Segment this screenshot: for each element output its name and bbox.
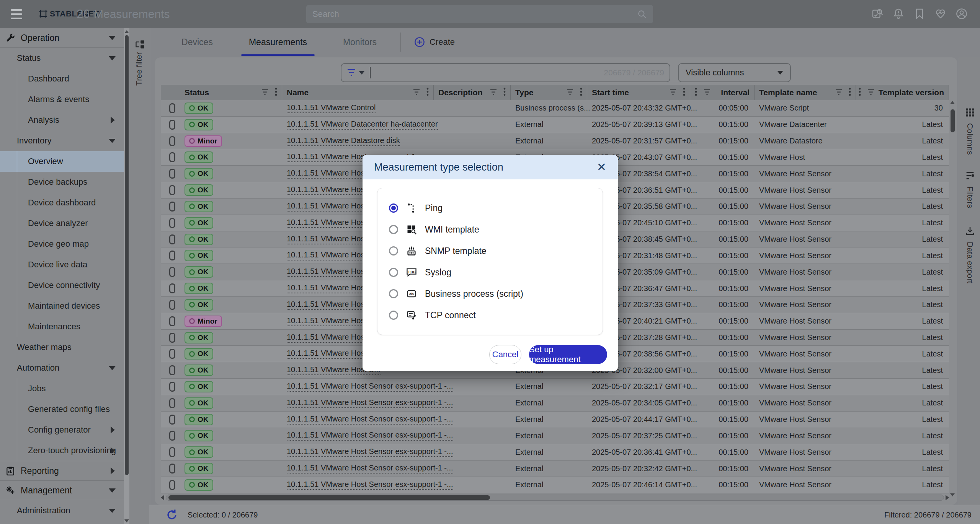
- row-checkbox[interactable]: [169, 267, 175, 277]
- column-header-template-version[interactable]: Template version: [856, 85, 949, 100]
- row-checkbox[interactable]: [169, 464, 175, 474]
- tool-filters[interactable]: Filters: [959, 170, 980, 208]
- option-syslog[interactable]: LOGSyslog: [377, 262, 603, 283]
- visible-columns-dropdown[interactable]: Visible columns: [678, 63, 791, 82]
- row-checkbox[interactable]: [169, 234, 175, 244]
- radio-button[interactable]: [389, 203, 398, 213]
- account-icon[interactable]: [956, 8, 968, 20]
- column-menu-icon[interactable]: [683, 87, 685, 98]
- audit-search-icon[interactable]: [871, 8, 884, 20]
- column-menu-icon[interactable]: [859, 87, 861, 98]
- row-checkbox[interactable]: [169, 316, 175, 326]
- row-checkbox[interactable]: [169, 333, 175, 343]
- sidebar-item-device-dashboard[interactable]: Device dashboard: [17, 192, 124, 213]
- column-menu-icon[interactable]: [580, 87, 582, 98]
- row-checkbox[interactable]: [169, 218, 175, 228]
- sidebar-item-inventory[interactable]: Inventory: [0, 130, 124, 151]
- column-header-start-time[interactable]: Start time: [587, 85, 690, 100]
- sidebar-item-administration[interactable]: Administration: [0, 500, 124, 521]
- tool-data-export[interactable]: Data export: [959, 226, 980, 283]
- column-menu-icon[interactable]: [275, 87, 277, 98]
- row-checkbox[interactable]: [169, 349, 175, 359]
- column-filter-icon[interactable]: [413, 88, 420, 97]
- row-checkbox[interactable]: [169, 447, 175, 457]
- sidebar-scrollbar-thumb[interactable]: [125, 35, 129, 475]
- filter-dropdown-chevron-icon[interactable]: [359, 71, 364, 75]
- sidebar-item-automation[interactable]: Automation: [0, 358, 124, 378]
- column-header-interval[interactable]: Interval: [690, 85, 755, 100]
- row-checkbox[interactable]: [169, 431, 175, 441]
- radio-button[interactable]: [389, 311, 398, 320]
- sidebar-item-device-analyzer[interactable]: Device analyzer: [17, 213, 124, 234]
- create-button[interactable]: Create: [414, 28, 455, 56]
- table-vertical-scrollbar[interactable]: [949, 100, 956, 497]
- row-checkbox[interactable]: [169, 398, 175, 408]
- measurement-name-link[interactable]: 10.1.1.51 VMware Host Sensor esx-support…: [287, 382, 453, 392]
- horizontal-scrollbar-thumb[interactable]: [168, 495, 490, 500]
- sidebar-item-device-backups[interactable]: Device backups: [17, 172, 124, 192]
- scroll-up-icon[interactable]: [950, 101, 955, 104]
- tab-devices[interactable]: Devices: [176, 28, 218, 56]
- global-search-input[interactable]: Search: [306, 5, 653, 23]
- radio-button[interactable]: [389, 225, 398, 234]
- column-menu-icon[interactable]: [695, 87, 697, 98]
- column-filter-icon[interactable]: [835, 88, 843, 97]
- sidebar-item-generated-config-files[interactable]: Generated config files: [17, 399, 124, 420]
- row-checkbox[interactable]: [169, 365, 175, 375]
- sidebar-item-device-geo-map[interactable]: Device geo map: [17, 234, 124, 254]
- measurement-name-link[interactable]: 10.1.1.51 VMware Host Sensor esx-support…: [287, 480, 453, 490]
- option-tcp-connect[interactable]: TCP connect: [377, 304, 603, 326]
- sidebar-item-operation[interactable]: Operation: [0, 28, 124, 47]
- table-filter-input[interactable]: 206679 / 206679: [341, 63, 670, 82]
- radio-button[interactable]: [389, 246, 398, 255]
- sidebar-item-device-connectivity[interactable]: Device connectivity: [17, 275, 124, 296]
- refresh-icon[interactable]: [165, 508, 178, 521]
- option-wmi-template[interactable]: WMI template: [377, 219, 603, 240]
- sidebar-item-maintenances[interactable]: Maintenances: [17, 316, 124, 337]
- row-checkbox[interactable]: [169, 136, 175, 146]
- column-header-template-name[interactable]: Template name: [755, 85, 856, 100]
- measurement-name-link[interactable]: 10.1.1.51 VMware Control: [287, 103, 376, 113]
- row-checkbox[interactable]: [169, 480, 175, 490]
- close-icon[interactable]: ✕: [597, 161, 606, 173]
- sidebar-item-management[interactable]: Management: [0, 481, 124, 500]
- column-filter-icon[interactable]: [566, 88, 574, 97]
- scroll-down-icon[interactable]: [950, 493, 955, 496]
- option-ping[interactable]: Ping: [377, 197, 603, 219]
- set-up-measurement-button[interactable]: Set up measurement: [529, 345, 607, 364]
- table-horizontal-scrollbar[interactable]: [161, 494, 949, 501]
- scroll-left-icon[interactable]: [161, 495, 164, 500]
- sidebar-item-alarms-events[interactable]: Alarms & events: [17, 89, 124, 110]
- column-header-status[interactable]: Status: [180, 85, 282, 100]
- column-menu-icon[interactable]: [426, 87, 429, 98]
- sidebar-scrollbar[interactable]: [124, 28, 129, 524]
- measurement-name-link[interactable]: 10.1.1.51 VMware Host Sensor esx-support…: [287, 431, 453, 441]
- sidebar-item-maintained-devices[interactable]: Maintained devices: [17, 296, 124, 316]
- column-filter-icon[interactable]: [669, 88, 677, 97]
- vertical-scrollbar-thumb[interactable]: [951, 109, 955, 132]
- tree-filter-panel-tab[interactable]: Tree filter: [129, 28, 150, 524]
- row-checkbox[interactable]: [169, 120, 175, 130]
- sidebar-item-analysis[interactable]: Analysis: [17, 110, 124, 130]
- sidebar-item-weather-maps[interactable]: Weather maps: [0, 337, 124, 358]
- column-filter-icon[interactable]: [261, 88, 269, 97]
- cancel-button[interactable]: Cancel: [489, 345, 521, 364]
- row-checkbox[interactable]: [169, 283, 175, 293]
- measurement-name-link[interactable]: 10.1.1.51 VMware Host Sensor esx-support…: [287, 447, 453, 457]
- row-checkbox[interactable]: [169, 103, 175, 113]
- row-checkbox[interactable]: [169, 251, 175, 260]
- column-menu-icon[interactable]: [503, 87, 506, 98]
- option-snmp-template[interactable]: SNMP template: [377, 240, 603, 262]
- measurement-name-link[interactable]: 10.1.1.51 VMware Datacenter ha-datacente…: [287, 120, 438, 130]
- tab-measurements[interactable]: Measurements: [241, 28, 315, 56]
- radio-button[interactable]: [389, 268, 398, 277]
- row-checkbox[interactable]: [169, 415, 175, 425]
- radio-button[interactable]: [389, 289, 398, 298]
- column-filter-icon[interactable]: [490, 88, 497, 97]
- row-checkbox[interactable]: [169, 169, 175, 179]
- column-header-name[interactable]: Name: [282, 85, 434, 100]
- row-checkbox[interactable]: [169, 185, 175, 195]
- health-heart-icon[interactable]: [934, 8, 947, 20]
- scroll-right-icon[interactable]: [946, 495, 949, 500]
- notifications-bell-icon[interactable]: [892, 8, 905, 20]
